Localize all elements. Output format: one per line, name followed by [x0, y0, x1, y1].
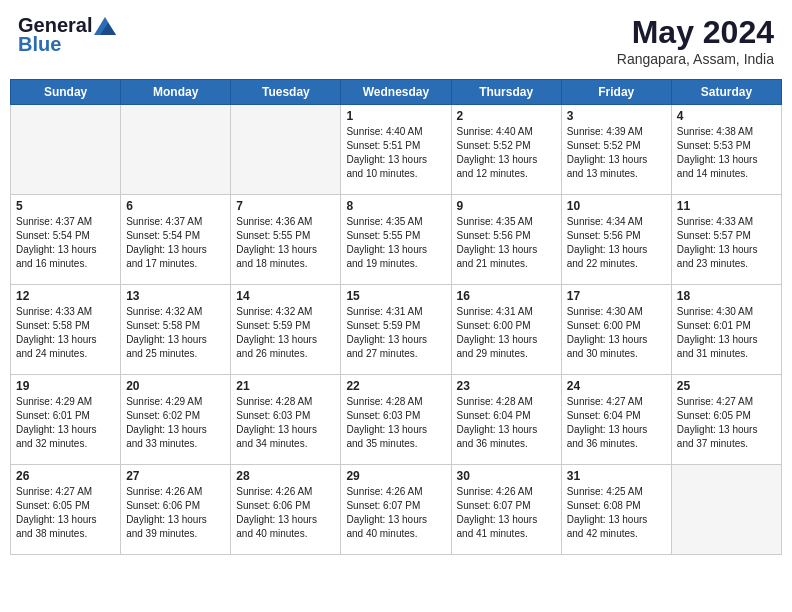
day-number: 9	[457, 199, 556, 213]
weekday-header-cell: Wednesday	[341, 80, 451, 105]
calendar-cell: 7Sunrise: 4:36 AM Sunset: 5:55 PM Daylig…	[231, 195, 341, 285]
cell-info: Sunrise: 4:31 AM Sunset: 5:59 PM Dayligh…	[346, 305, 445, 361]
calendar-cell: 14Sunrise: 4:32 AM Sunset: 5:59 PM Dayli…	[231, 285, 341, 375]
cell-info: Sunrise: 4:32 AM Sunset: 5:59 PM Dayligh…	[236, 305, 335, 361]
weekday-header-cell: Thursday	[451, 80, 561, 105]
page-header: General Blue May 2024 Rangapara, Assam, …	[10, 10, 782, 71]
day-number: 25	[677, 379, 776, 393]
day-number: 2	[457, 109, 556, 123]
cell-info: Sunrise: 4:32 AM Sunset: 5:58 PM Dayligh…	[126, 305, 225, 361]
weekday-header-cell: Saturday	[671, 80, 781, 105]
calendar-cell: 4Sunrise: 4:38 AM Sunset: 5:53 PM Daylig…	[671, 105, 781, 195]
day-number: 1	[346, 109, 445, 123]
day-number: 11	[677, 199, 776, 213]
day-number: 30	[457, 469, 556, 483]
logo-blue-text: Blue	[18, 33, 61, 56]
calendar-cell: 5Sunrise: 4:37 AM Sunset: 5:54 PM Daylig…	[11, 195, 121, 285]
calendar-table: SundayMondayTuesdayWednesdayThursdayFrid…	[10, 79, 782, 555]
calendar-cell: 2Sunrise: 4:40 AM Sunset: 5:52 PM Daylig…	[451, 105, 561, 195]
cell-info: Sunrise: 4:26 AM Sunset: 6:06 PM Dayligh…	[126, 485, 225, 541]
title-block: May 2024 Rangapara, Assam, India	[617, 14, 774, 67]
calendar-cell: 18Sunrise: 4:30 AM Sunset: 6:01 PM Dayli…	[671, 285, 781, 375]
weekday-header-cell: Sunday	[11, 80, 121, 105]
cell-info: Sunrise: 4:35 AM Sunset: 5:55 PM Dayligh…	[346, 215, 445, 271]
weekday-header: SundayMondayTuesdayWednesdayThursdayFrid…	[11, 80, 782, 105]
cell-info: Sunrise: 4:26 AM Sunset: 6:07 PM Dayligh…	[346, 485, 445, 541]
calendar-week-row: 19Sunrise: 4:29 AM Sunset: 6:01 PM Dayli…	[11, 375, 782, 465]
calendar-cell: 15Sunrise: 4:31 AM Sunset: 5:59 PM Dayli…	[341, 285, 451, 375]
calendar-cell: 6Sunrise: 4:37 AM Sunset: 5:54 PM Daylig…	[121, 195, 231, 285]
cell-info: Sunrise: 4:34 AM Sunset: 5:56 PM Dayligh…	[567, 215, 666, 271]
day-number: 20	[126, 379, 225, 393]
calendar-cell: 20Sunrise: 4:29 AM Sunset: 6:02 PM Dayli…	[121, 375, 231, 465]
cell-info: Sunrise: 4:26 AM Sunset: 6:07 PM Dayligh…	[457, 485, 556, 541]
calendar-cell: 11Sunrise: 4:33 AM Sunset: 5:57 PM Dayli…	[671, 195, 781, 285]
cell-info: Sunrise: 4:38 AM Sunset: 5:53 PM Dayligh…	[677, 125, 776, 181]
calendar-cell: 17Sunrise: 4:30 AM Sunset: 6:00 PM Dayli…	[561, 285, 671, 375]
calendar-cell: 16Sunrise: 4:31 AM Sunset: 6:00 PM Dayli…	[451, 285, 561, 375]
logo-icon	[94, 17, 116, 35]
calendar-cell	[231, 105, 341, 195]
cell-info: Sunrise: 4:28 AM Sunset: 6:04 PM Dayligh…	[457, 395, 556, 451]
calendar-cell	[671, 465, 781, 555]
cell-info: Sunrise: 4:39 AM Sunset: 5:52 PM Dayligh…	[567, 125, 666, 181]
day-number: 15	[346, 289, 445, 303]
cell-info: Sunrise: 4:37 AM Sunset: 5:54 PM Dayligh…	[16, 215, 115, 271]
cell-info: Sunrise: 4:25 AM Sunset: 6:08 PM Dayligh…	[567, 485, 666, 541]
calendar-cell: 8Sunrise: 4:35 AM Sunset: 5:55 PM Daylig…	[341, 195, 451, 285]
calendar-cell	[11, 105, 121, 195]
calendar-cell: 22Sunrise: 4:28 AM Sunset: 6:03 PM Dayli…	[341, 375, 451, 465]
cell-info: Sunrise: 4:36 AM Sunset: 5:55 PM Dayligh…	[236, 215, 335, 271]
calendar-cell: 30Sunrise: 4:26 AM Sunset: 6:07 PM Dayli…	[451, 465, 561, 555]
calendar-cell: 23Sunrise: 4:28 AM Sunset: 6:04 PM Dayli…	[451, 375, 561, 465]
calendar-week-row: 26Sunrise: 4:27 AM Sunset: 6:05 PM Dayli…	[11, 465, 782, 555]
day-number: 27	[126, 469, 225, 483]
day-number: 31	[567, 469, 666, 483]
calendar-cell: 28Sunrise: 4:26 AM Sunset: 6:06 PM Dayli…	[231, 465, 341, 555]
calendar-cell: 26Sunrise: 4:27 AM Sunset: 6:05 PM Dayli…	[11, 465, 121, 555]
cell-info: Sunrise: 4:33 AM Sunset: 5:58 PM Dayligh…	[16, 305, 115, 361]
cell-info: Sunrise: 4:40 AM Sunset: 5:52 PM Dayligh…	[457, 125, 556, 181]
day-number: 21	[236, 379, 335, 393]
calendar-cell: 27Sunrise: 4:26 AM Sunset: 6:06 PM Dayli…	[121, 465, 231, 555]
calendar-cell: 12Sunrise: 4:33 AM Sunset: 5:58 PM Dayli…	[11, 285, 121, 375]
calendar-week-row: 1Sunrise: 4:40 AM Sunset: 5:51 PM Daylig…	[11, 105, 782, 195]
day-number: 17	[567, 289, 666, 303]
weekday-header-cell: Monday	[121, 80, 231, 105]
day-number: 4	[677, 109, 776, 123]
day-number: 16	[457, 289, 556, 303]
day-number: 7	[236, 199, 335, 213]
cell-info: Sunrise: 4:31 AM Sunset: 6:00 PM Dayligh…	[457, 305, 556, 361]
calendar-cell: 10Sunrise: 4:34 AM Sunset: 5:56 PM Dayli…	[561, 195, 671, 285]
calendar-cell: 25Sunrise: 4:27 AM Sunset: 6:05 PM Dayli…	[671, 375, 781, 465]
cell-info: Sunrise: 4:27 AM Sunset: 6:04 PM Dayligh…	[567, 395, 666, 451]
calendar-cell: 31Sunrise: 4:25 AM Sunset: 6:08 PM Dayli…	[561, 465, 671, 555]
day-number: 29	[346, 469, 445, 483]
day-number: 23	[457, 379, 556, 393]
calendar-cell: 13Sunrise: 4:32 AM Sunset: 5:58 PM Dayli…	[121, 285, 231, 375]
day-number: 3	[567, 109, 666, 123]
day-number: 28	[236, 469, 335, 483]
cell-info: Sunrise: 4:35 AM Sunset: 5:56 PM Dayligh…	[457, 215, 556, 271]
calendar-body: 1Sunrise: 4:40 AM Sunset: 5:51 PM Daylig…	[11, 105, 782, 555]
day-number: 19	[16, 379, 115, 393]
logo: General Blue	[18, 14, 116, 56]
cell-info: Sunrise: 4:27 AM Sunset: 6:05 PM Dayligh…	[677, 395, 776, 451]
day-number: 14	[236, 289, 335, 303]
cell-info: Sunrise: 4:29 AM Sunset: 6:02 PM Dayligh…	[126, 395, 225, 451]
cell-info: Sunrise: 4:28 AM Sunset: 6:03 PM Dayligh…	[236, 395, 335, 451]
calendar-week-row: 12Sunrise: 4:33 AM Sunset: 5:58 PM Dayli…	[11, 285, 782, 375]
cell-info: Sunrise: 4:30 AM Sunset: 6:00 PM Dayligh…	[567, 305, 666, 361]
cell-info: Sunrise: 4:28 AM Sunset: 6:03 PM Dayligh…	[346, 395, 445, 451]
calendar-week-row: 5Sunrise: 4:37 AM Sunset: 5:54 PM Daylig…	[11, 195, 782, 285]
day-number: 5	[16, 199, 115, 213]
cell-info: Sunrise: 4:27 AM Sunset: 6:05 PM Dayligh…	[16, 485, 115, 541]
day-number: 10	[567, 199, 666, 213]
month-year: May 2024	[617, 14, 774, 51]
calendar-cell: 21Sunrise: 4:28 AM Sunset: 6:03 PM Dayli…	[231, 375, 341, 465]
day-number: 24	[567, 379, 666, 393]
weekday-header-cell: Tuesday	[231, 80, 341, 105]
day-number: 8	[346, 199, 445, 213]
day-number: 12	[16, 289, 115, 303]
weekday-header-cell: Friday	[561, 80, 671, 105]
